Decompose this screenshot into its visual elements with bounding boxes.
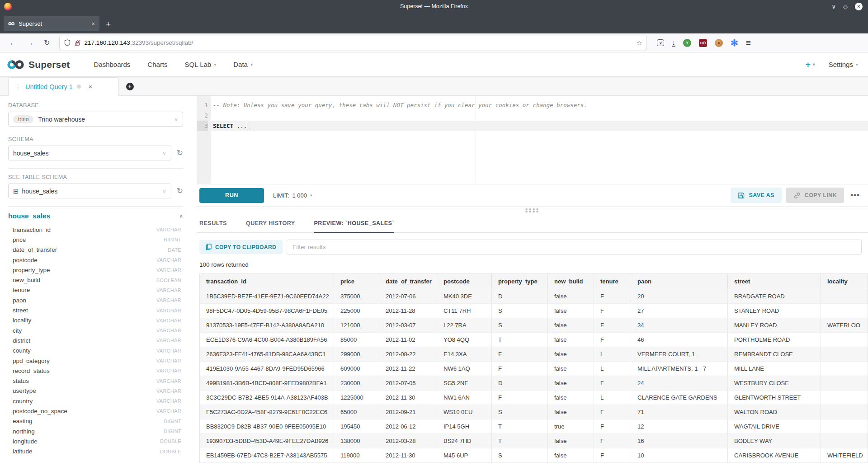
table-select[interactable]: ⊞ house_sales ∨: [8, 184, 171, 198]
copy-link-button[interactable]: COPY LINK: [786, 188, 844, 203]
table-cell: 2012-11-28: [379, 304, 437, 318]
browser-tab-superset[interactable]: Superset ×: [4, 16, 99, 31]
table-row: 419E1030-9A55-4467-8DA9-9FED95D659666090…: [200, 362, 868, 376]
column-type: DOUBLE: [160, 438, 181, 444]
add-query-tab-button[interactable]: +: [119, 77, 141, 96]
column-header[interactable]: locality: [821, 274, 868, 289]
column-header[interactable]: postcode: [437, 274, 492, 289]
results-table-body: 1B5C39ED-BE7F-41EF-9E71-9C60EED74A223750…: [200, 289, 868, 463]
add-new-button[interactable]: +▾: [806, 60, 815, 70]
window-minimize-icon[interactable]: ∨: [831, 4, 836, 9]
superset-navbar: Superset Dashboards Charts SQL Lab▾ Data…: [0, 52, 868, 77]
save-as-button[interactable]: SAVE AS: [731, 188, 781, 203]
cookie-icon[interactable]: ●: [715, 39, 723, 47]
table-cell: F5C273AC-0D2A-458F-8279-9C61F0C22EC6: [200, 405, 334, 419]
filter-results-input[interactable]: [287, 240, 862, 254]
table-cell: 2012-11-30: [379, 448, 437, 462]
column-type: DATE: [168, 247, 181, 253]
pocket-icon[interactable]: ∨: [657, 39, 664, 46]
schema-select[interactable]: house_sales ∨: [8, 146, 171, 160]
table-cell: [821, 289, 868, 303]
extension-blue-icon[interactable]: ✻: [731, 38, 738, 48]
limit-dropdown[interactable]: LIMIT: 1 000 ▾: [273, 192, 312, 199]
column-header[interactable]: tenure: [594, 274, 631, 289]
table-cell: S: [492, 405, 548, 419]
column-header[interactable]: transaction_id: [200, 274, 334, 289]
reload-icon[interactable]: ↻: [44, 38, 50, 47]
pane-resize-handle[interactable]: ●●●●●●●●: [197, 207, 868, 214]
schema-column-row: postcode_no_spaceVARCHAR: [8, 406, 183, 416]
ublock-icon[interactable]: uO: [699, 39, 707, 47]
column-header[interactable]: street: [728, 274, 821, 289]
copy-to-clipboard-button[interactable]: COPY TO CLIPBOARD: [199, 240, 283, 254]
column-type: VARCHAR: [156, 308, 181, 313]
table-cell: SG5 2NF: [437, 376, 492, 390]
table-cell: 2012-07-06: [379, 289, 437, 303]
table-title: house_sales: [8, 212, 50, 220]
column-name: longitude: [13, 438, 38, 445]
tab-preview-house-sales[interactable]: PREVIEW: `HOUSE_SALES`: [314, 220, 394, 233]
table-row: EB1459EB-67ED-47C8-B2E7-A38143AB55751190…: [200, 448, 868, 463]
column-type: VARCHAR: [156, 378, 181, 384]
tab-close-icon[interactable]: ×: [91, 20, 95, 27]
table-cell: EB1459EB-67ED-47C8-B2E7-A38143AB5575: [200, 448, 334, 462]
sql-editor[interactable]: 1 2 3 -- Note: Unless you save your quer…: [197, 96, 868, 184]
forward-icon[interactable]: →: [27, 39, 34, 47]
download-icon[interactable]: ↓: [672, 39, 675, 47]
settings-menu[interactable]: Settings▾: [829, 61, 858, 68]
table-cell: 16: [631, 434, 728, 448]
column-type: VARCHAR: [156, 257, 181, 263]
schema-column-row: date_of_transferDATE: [8, 245, 183, 255]
superset-logo[interactable]: Superset: [6, 59, 70, 70]
table-cell: F: [594, 318, 631, 332]
nav-charts[interactable]: Charts: [147, 61, 167, 68]
schema-column-row: districtVARCHAR: [8, 335, 183, 345]
table-cell: 10: [631, 448, 728, 462]
query-tab[interactable]: ⋮ Untitled Query 1 ×: [8, 77, 119, 96]
column-header[interactable]: date_of_transfer: [379, 274, 437, 289]
refresh-table-icon[interactable]: ↻: [177, 186, 183, 196]
table-row: 91370533-19F5-47FE-B142-A380A8ADA2101210…: [200, 318, 868, 333]
url-field[interactable]: 217.160.120.143:32393/superset/sqllab/ ☆: [59, 36, 647, 50]
tab-results[interactable]: RESULTS: [199, 220, 227, 232]
column-name: country: [13, 398, 33, 405]
column-type: BIGINT: [164, 429, 181, 434]
table-cell: false: [548, 362, 594, 376]
column-type: VARCHAR: [156, 338, 181, 343]
nav-sql-lab[interactable]: SQL Lab▾: [185, 61, 217, 68]
column-header[interactable]: new_build: [548, 274, 594, 289]
menu-icon[interactable]: ≡: [746, 38, 751, 48]
column-header[interactable]: property_type: [492, 274, 548, 289]
chevron-down-icon: ∨: [162, 150, 166, 156]
column-name: record_status: [13, 367, 50, 374]
tab-query-history[interactable]: QUERY HISTORY: [246, 220, 295, 232]
schema-value: house_sales: [13, 150, 49, 157]
table-cell: F: [594, 419, 631, 433]
column-header[interactable]: price: [334, 274, 379, 289]
column-header[interactable]: paon: [631, 274, 728, 289]
table-cell: VERMEER COURT, 1: [631, 347, 728, 361]
nav-data[interactable]: Data▾: [233, 61, 253, 68]
nav-dashboards[interactable]: Dashboards: [94, 61, 130, 68]
bookmark-star-icon[interactable]: ☆: [636, 39, 642, 47]
extension-green-icon[interactable]: Y: [683, 39, 691, 47]
column-name: paon: [13, 297, 26, 304]
more-actions-icon[interactable]: •••: [849, 191, 862, 200]
table-cell: [821, 391, 868, 405]
database-select[interactable]: trino Trino warehouse ∨: [8, 112, 183, 127]
back-icon[interactable]: ←: [9, 39, 17, 47]
window-close-icon[interactable]: ×: [855, 3, 863, 10]
query-tab-close-icon[interactable]: ×: [89, 83, 92, 90]
window-maximize-icon[interactable]: ◇: [843, 4, 848, 9]
table-cell: 27: [631, 304, 728, 318]
drag-handle-icon[interactable]: ⋮: [15, 83, 21, 90]
table-cell: 1225000: [334, 391, 379, 405]
run-button[interactable]: RUN: [199, 188, 264, 203]
schema-column-row: property_typeVARCHAR: [8, 265, 183, 275]
table-cell: GLENTWORTH STREET: [728, 391, 821, 405]
editor-gutter: 1 2 3: [197, 96, 211, 184]
refresh-schema-icon[interactable]: ↻: [177, 148, 183, 158]
new-tab-icon[interactable]: +: [106, 19, 111, 31]
table-cell: YO8 4QQ: [437, 333, 492, 347]
table-schema-header[interactable]: house_sales ∧: [8, 212, 183, 220]
